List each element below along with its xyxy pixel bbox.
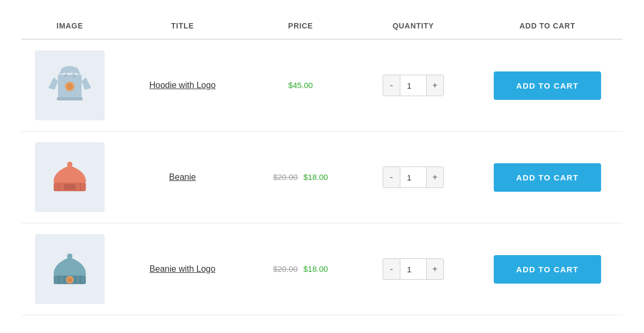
quantity-control: - + bbox=[383, 258, 444, 280]
add-to-cart-button[interactable]: ADD TO CART bbox=[494, 255, 601, 284]
quantity-cell: - + bbox=[354, 166, 472, 188]
quantity-cell: - + bbox=[354, 75, 472, 96]
svg-point-23 bbox=[70, 279, 71, 280]
product-price-regular: $45.00 bbox=[288, 81, 313, 90]
product-price-cell: $20.00 $18.00 bbox=[247, 172, 354, 182]
col-header-image: IMAGE bbox=[21, 21, 118, 30]
quantity-increase-button[interactable]: + bbox=[426, 75, 443, 96]
product-image-cell bbox=[21, 50, 118, 120]
quantity-decrease-button[interactable]: - bbox=[383, 167, 400, 187]
col-header-title: TITLE bbox=[118, 21, 247, 30]
add-to-cart-cell: ADD TO CART bbox=[472, 255, 623, 284]
add-to-cart-cell: ADD TO CART bbox=[472, 71, 623, 100]
quantity-control: - + bbox=[383, 75, 444, 96]
product-title-link[interactable]: Beanie bbox=[169, 172, 196, 182]
product-title-link[interactable]: Beanie with Logo bbox=[150, 264, 216, 273]
quantity-decrease-button[interactable]: - bbox=[383, 259, 400, 279]
svg-point-22 bbox=[68, 279, 69, 280]
table-row: Beanie $20.00 $18.00 - + ADD TO CART bbox=[21, 132, 623, 223]
quantity-input[interactable] bbox=[400, 259, 426, 279]
product-image-cell bbox=[21, 142, 118, 212]
product-price-sale: $18.00 bbox=[303, 172, 328, 182]
product-price-sale: $18.00 bbox=[303, 264, 328, 273]
product-title-link[interactable]: Hoodie with Logo bbox=[149, 81, 216, 90]
product-price-original: $20.00 bbox=[273, 172, 298, 182]
quantity-input[interactable] bbox=[400, 75, 426, 96]
add-to-cart-cell: ADD TO CART bbox=[472, 163, 623, 192]
product-table: IMAGE TITLE PRICE QUANTITY ADD TO CART bbox=[0, 0, 644, 326]
svg-rect-12 bbox=[64, 184, 75, 190]
table-header: IMAGE TITLE PRICE QUANTITY ADD TO CART bbox=[21, 11, 623, 40]
svg-point-24 bbox=[67, 254, 72, 259]
svg-point-21 bbox=[67, 277, 72, 283]
table-row: Hoodie with Logo $45.00 - + ADD TO CART bbox=[21, 40, 623, 132]
beanie-icon bbox=[43, 150, 97, 204]
product-title-cell: Hoodie with Logo bbox=[118, 81, 247, 90]
svg-point-3 bbox=[67, 83, 73, 90]
table-row: Beanie with Logo $20.00 $18.00 - + ADD T… bbox=[21, 223, 623, 315]
product-image-cell bbox=[21, 234, 118, 304]
product-title-cell: Beanie bbox=[118, 172, 247, 182]
product-price-cell: $20.00 $18.00 bbox=[247, 264, 354, 274]
quantity-increase-button[interactable]: + bbox=[426, 167, 443, 187]
product-image-box bbox=[35, 234, 105, 304]
quantity-cell: - + bbox=[354, 258, 472, 280]
beanie-logo-icon bbox=[43, 242, 97, 296]
product-price-original: $20.00 bbox=[273, 264, 298, 273]
svg-point-13 bbox=[67, 162, 72, 167]
product-image-box bbox=[35, 142, 105, 212]
hoodie-icon bbox=[43, 59, 97, 112]
product-title-cell: Beanie with Logo bbox=[118, 264, 247, 274]
col-header-add-to-cart: ADD TO CART bbox=[472, 21, 623, 30]
svg-rect-1 bbox=[57, 97, 83, 100]
quantity-increase-button[interactable]: + bbox=[426, 259, 443, 279]
quantity-input[interactable] bbox=[400, 167, 426, 187]
add-to-cart-button[interactable]: ADD TO CART bbox=[494, 71, 601, 100]
col-header-price: PRICE bbox=[247, 21, 354, 30]
product-price-cell: $45.00 bbox=[247, 81, 354, 90]
product-image-box bbox=[35, 50, 105, 120]
quantity-decrease-button[interactable]: - bbox=[383, 75, 400, 96]
add-to-cart-button[interactable]: ADD TO CART bbox=[494, 163, 601, 192]
quantity-control: - + bbox=[383, 166, 444, 188]
col-header-quantity: QUANTITY bbox=[354, 21, 472, 30]
